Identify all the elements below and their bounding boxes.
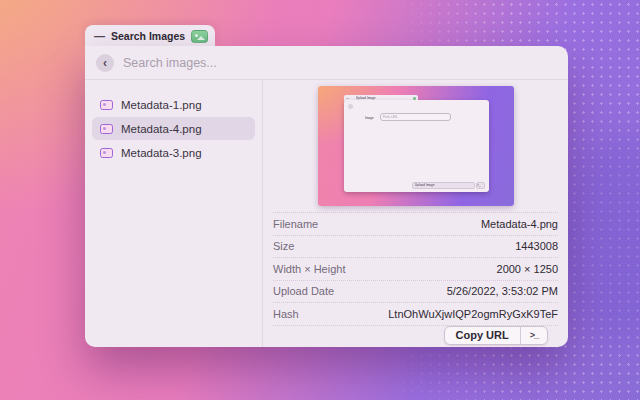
thumb-terminal-icon: >_ bbox=[476, 182, 485, 189]
window-body: Metadata-1.png Metadata-4.png Metadata-3… bbox=[85, 80, 568, 347]
thumb-upload-button: Upload Image bbox=[412, 182, 474, 189]
row-label: Width × Height bbox=[273, 263, 345, 275]
list-item-label: Metadata-1.png bbox=[121, 99, 202, 111]
table-row-dimensions: Width × Height 2000 × 1250 bbox=[273, 257, 558, 280]
table-row-filename: Filename Metadata-4.png bbox=[273, 212, 558, 235]
thumb-mini-window: Image Path, URL Upload Image >_ bbox=[344, 100, 489, 192]
metadata-table: Filename Metadata-4.png Size 1443008 Wid… bbox=[263, 212, 568, 325]
thumb-field-label-text: Image bbox=[365, 116, 374, 119]
thumb-input-placeholder: Path, URL bbox=[383, 115, 398, 118]
desktop-background: — Search Images ‹ Metadata-1.png Metadat… bbox=[0, 0, 640, 400]
search-images-window: ‹ Metadata-1.png Metadata-4.png Metadata… bbox=[85, 46, 568, 347]
thumb-action-buttons: Upload Image >_ bbox=[412, 182, 484, 189]
row-label: Size bbox=[273, 240, 294, 252]
row-value: 5/26/2022, 3:53:02 PM bbox=[447, 285, 558, 297]
action-bar: Copy URL >_ bbox=[273, 325, 558, 348]
list-item-metadata-4[interactable]: Metadata-4.png bbox=[92, 117, 255, 140]
window-tab[interactable]: — Search Images bbox=[85, 25, 215, 47]
preview-area: — Upload Image Image Path, URL bbox=[263, 80, 568, 212]
thumb-input-field: Path, URL bbox=[380, 113, 451, 121]
image-file-icon bbox=[100, 148, 113, 158]
row-label: Filename bbox=[273, 218, 318, 230]
row-value: 2000 × 1250 bbox=[497, 263, 558, 275]
list-item-metadata-3[interactable]: Metadata-3.png bbox=[92, 141, 255, 164]
row-label: Upload Date bbox=[273, 285, 334, 297]
file-list: Metadata-1.png Metadata-4.png Metadata-3… bbox=[85, 80, 263, 347]
preview-image: — Upload Image Image Path, URL bbox=[318, 86, 514, 206]
extension-image-icon bbox=[191, 30, 208, 43]
row-value: 1443008 bbox=[515, 240, 558, 252]
window-title: Search Images bbox=[111, 30, 185, 42]
image-file-icon bbox=[100, 124, 113, 134]
minimize-icon[interactable]: — bbox=[94, 31, 105, 42]
thumb-back-button bbox=[348, 104, 353, 109]
search-input[interactable] bbox=[123, 56, 557, 70]
back-button[interactable]: ‹ bbox=[96, 54, 114, 72]
table-row-size: Size 1443008 bbox=[273, 235, 558, 258]
list-item-label: Metadata-3.png bbox=[121, 147, 202, 159]
terminal-icon[interactable]: >_ bbox=[521, 327, 547, 344]
table-row-upload-date: Upload Date 5/26/2022, 3:53:02 PM bbox=[273, 280, 558, 303]
image-file-icon bbox=[100, 100, 113, 110]
table-row-hash: Hash LtnOhWuXjwIQP2ogmRyGxK9TeF bbox=[273, 302, 558, 325]
row-label: Hash bbox=[273, 308, 299, 320]
list-item-label: Metadata-4.png bbox=[121, 123, 202, 135]
copy-url-split-button: Copy URL >_ bbox=[444, 326, 548, 345]
copy-url-button[interactable]: Copy URL bbox=[445, 327, 520, 344]
search-header: ‹ bbox=[85, 46, 568, 80]
thumb-upload-button-label: Upload Image bbox=[415, 184, 435, 187]
row-value: LtnOhWuXjwIQP2ogmRyGxK9TeF bbox=[388, 308, 558, 320]
row-value: Metadata-4.png bbox=[481, 218, 558, 230]
thumb-terminal-glyph: >_ bbox=[477, 184, 481, 187]
detail-pane: — Upload Image Image Path, URL bbox=[263, 80, 568, 347]
list-item-metadata-1[interactable]: Metadata-1.png bbox=[92, 93, 255, 116]
